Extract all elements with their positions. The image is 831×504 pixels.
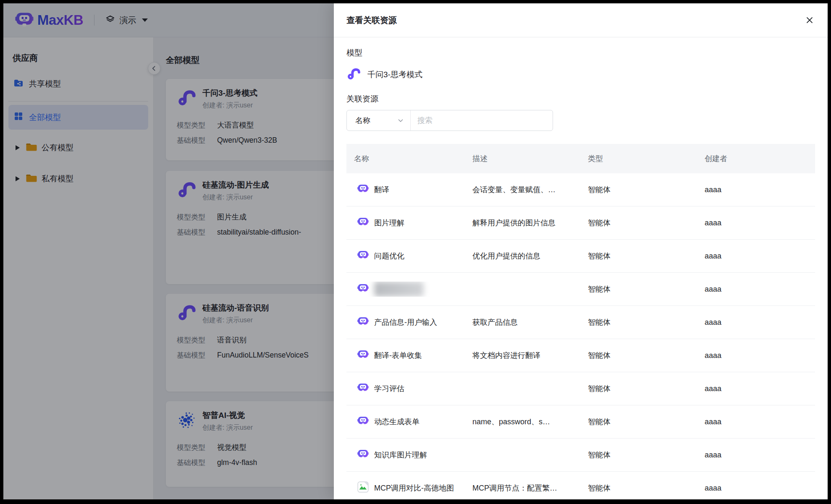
linked-resources-drawer: 查看关联资源 模型 千问3-思考模式 关联资源 <box>334 3 828 499</box>
drawer-body: 模型 千问3-思考模式 关联资源 名称 <box>334 37 828 499</box>
drawer-header: 查看关联资源 <box>334 3 828 37</box>
model-name: 千问3-思考模式 <box>367 69 422 80</box>
cell-description: 获取产品信息 <box>472 317 588 327</box>
robot-app-icon <box>357 249 369 263</box>
chevron-down-icon <box>397 117 404 124</box>
cell-type: 智能体 <box>588 384 705 394</box>
resource-name: 学习评估 <box>374 384 404 394</box>
resources-label: 关联资源 <box>346 94 815 104</box>
cell-type: 智能体 <box>588 284 705 294</box>
robot-app-icon <box>357 415 369 428</box>
resource-name: 图片理解 <box>374 218 404 228</box>
resource-name: 动态生成表单 <box>374 417 419 427</box>
cell-creator: aaaa <box>705 418 815 426</box>
cell-name <box>346 282 472 297</box>
resource-name: MCP调用对比-高德地图 <box>374 483 454 493</box>
header-cell: 描述 <box>472 154 588 164</box>
cell-creator: aaaa <box>705 285 815 294</box>
cell-name: 翻译-表单收集 <box>346 349 472 362</box>
cell-creator: aaaa <box>705 384 815 393</box>
cell-creator: aaaa <box>705 351 815 360</box>
cell-description: 解释用户提供的图片信息 <box>472 218 588 228</box>
resource-name: 翻译-表单收集 <box>374 350 422 360</box>
resource-name: 知识库图片理解 <box>374 450 427 460</box>
cell-name: MCP调用对比-高德地图 <box>346 481 472 495</box>
filter-select[interactable]: 名称 <box>347 110 411 131</box>
cell-name: 翻译 <box>346 183 472 196</box>
cell-description: 会话变量、变量赋值、… <box>472 185 588 195</box>
drawer-title: 查看关联资源 <box>346 15 397 26</box>
cell-name: 动态生成表单 <box>346 415 472 428</box>
cell-description: MCP调用节点：配置繁… <box>472 483 588 493</box>
cell-description: 优化用户提供的信息 <box>472 251 588 261</box>
picture-icon <box>357 481 369 495</box>
table-row: 翻译-表单收集 将文档内容进行翻译 智能体 aaaa <box>346 339 815 372</box>
robot-app-icon <box>357 349 369 362</box>
cell-creator: aaaa <box>705 219 815 227</box>
siliconflow-icon <box>346 67 361 83</box>
search-bar: 名称 <box>346 110 553 131</box>
filter-value: 名称 <box>355 115 370 125</box>
close-button[interactable] <box>804 15 815 26</box>
robot-app-icon <box>357 282 369 296</box>
blurred-name <box>374 282 424 297</box>
close-icon <box>805 16 814 25</box>
resource-name: 翻译 <box>374 185 389 195</box>
cell-type: 智能体 <box>588 450 705 460</box>
table-row: 翻译 会话变量、变量赋值、… 智能体 aaaa <box>346 173 815 206</box>
search-input[interactable] <box>411 116 553 125</box>
table-header: 名称 描述 类型 创建者 <box>346 144 815 173</box>
cell-type: 智能体 <box>588 317 705 327</box>
cell-creator: aaaa <box>705 252 815 261</box>
robot-app-icon <box>357 316 369 329</box>
cell-type: 智能体 <box>588 185 705 195</box>
robot-app-icon <box>357 183 369 196</box>
cell-type: 智能体 <box>588 251 705 261</box>
resource-name: 问题优化 <box>374 251 404 261</box>
linked-model: 千问3-思考模式 <box>346 68 815 82</box>
robot-app-icon <box>357 216 369 230</box>
header-cell: 创建者 <box>705 154 815 164</box>
cell-type: 智能体 <box>588 417 705 427</box>
robot-app-icon <box>357 382 369 395</box>
table-row: 产品信息-用户输入 获取产品信息 智能体 aaaa <box>346 306 815 339</box>
table-row: 知识库图片理解 智能体 aaaa <box>346 439 815 472</box>
header-cell: 类型 <box>588 154 705 164</box>
cell-creator: aaaa <box>705 185 815 194</box>
cell-creator: aaaa <box>705 451 815 460</box>
table-row: 图片理解 解释用户提供的图片信息 智能体 aaaa <box>346 206 815 240</box>
table-row: 学习评估 智能体 aaaa <box>346 372 815 405</box>
resource-name: 产品信息-用户输入 <box>374 317 437 327</box>
cell-name: 产品信息-用户输入 <box>346 316 472 329</box>
model-label: 模型 <box>346 48 815 57</box>
robot-app-icon <box>357 448 369 462</box>
app-screen: MaxKB 演示 供应商 共享模型 <box>3 3 828 499</box>
cell-type: 智能体 <box>588 483 705 493</box>
cell-description: name、password、s… <box>472 417 588 427</box>
cell-description: 将文档内容进行翻译 <box>472 350 588 360</box>
table-row: 动态生成表单 name、password、s… 智能体 aaaa <box>346 405 815 439</box>
table-row: 问题优化 优化用户提供的信息 智能体 aaaa <box>346 240 815 273</box>
cell-type: 智能体 <box>588 218 705 228</box>
resources-table: 名称 描述 类型 创建者 翻译 会话变量、变量赋值、… 智能体 aaaa <box>346 144 815 499</box>
table-row: MCP调用对比-高德地图 MCP调用节点：配置繁… 智能体 aaaa <box>346 472 815 499</box>
table-row: 智能体 aaaa <box>346 273 815 306</box>
cell-creator: aaaa <box>705 318 815 327</box>
cell-creator: aaaa <box>705 484 815 493</box>
cell-name: 知识库图片理解 <box>346 448 472 462</box>
cell-name: 图片理解 <box>346 216 472 230</box>
cell-type: 智能体 <box>588 350 705 360</box>
cell-name: 学习评估 <box>346 382 472 395</box>
header-cell: 名称 <box>346 154 472 164</box>
cell-name: 问题优化 <box>346 249 472 263</box>
